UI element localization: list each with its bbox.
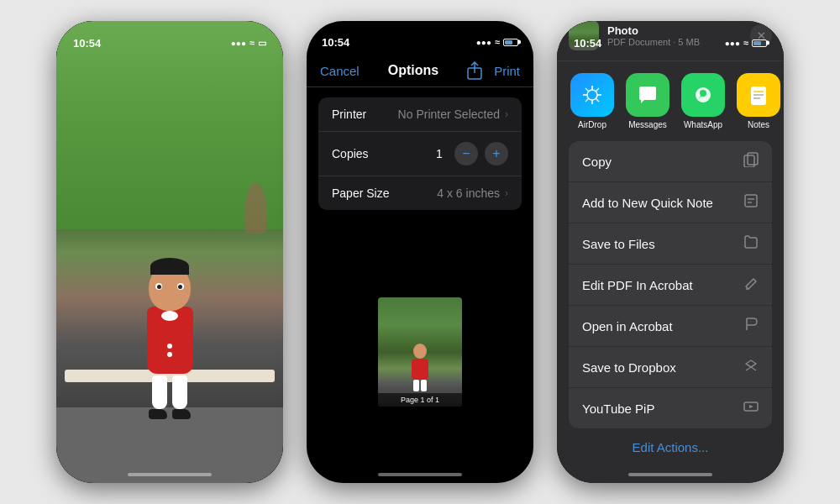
youtube-pip-label: YouTube PiP [582, 402, 654, 416]
printer-row[interactable]: Printer No Printer Selected › [318, 97, 522, 132]
svg-rect-9 [744, 155, 754, 167]
copies-row: Copies 1 − + [318, 132, 522, 176]
increment-button[interactable]: + [485, 142, 508, 165]
phone-2-screen: 10:54 ●●● ≈ Cancel Options [307, 21, 533, 483]
time-2: 10:54 [322, 36, 349, 49]
signal-icon-2: ●●● [476, 38, 491, 47]
figure-legs [132, 375, 207, 409]
signal-icon-3: ●●● [725, 39, 740, 48]
paper-size-value: 4 x 6 inches › [437, 186, 508, 200]
notes-label: Notes [748, 120, 769, 129]
figure-body [147, 307, 193, 374]
mini-figure [412, 344, 428, 391]
copy-label: Copy [582, 155, 612, 169]
phone-3: 10:54 ●●● ≈ Phot [557, 21, 784, 483]
nav-right: Print [467, 61, 520, 80]
paper-size-label: Paper Size [332, 186, 389, 200]
whatsapp-label: WhatsApp [684, 120, 722, 129]
edit-pdf-label: Edit PDF In Acrobat [582, 278, 693, 292]
messages-label: Messages [628, 120, 667, 129]
status-icons-2: ●●● ≈ [476, 37, 518, 47]
copies-stepper: 1 − + [431, 142, 508, 165]
action-save-files[interactable]: Save to Files [569, 223, 772, 265]
dropbox-icon [743, 358, 759, 376]
share-icon[interactable] [467, 61, 482, 80]
status-icons-3: ●●● ≈ [725, 38, 767, 48]
open-acrobat-label: Open in Acrobat [582, 319, 673, 333]
action-open-acrobat[interactable]: Open in Acrobat [569, 306, 772, 347]
print-options: Printer No Printer Selected › Copies 1 −… [318, 97, 522, 210]
quick-note-label: Add to New Quick Note [582, 196, 713, 210]
wifi-icon-1: ≈ [249, 38, 255, 48]
options-title: Options [388, 63, 438, 78]
wifi-icon-2: ≈ [495, 37, 500, 47]
paper-size-chevron: › [505, 187, 508, 199]
status-bar-1: 10:54 ●●● ≈ ▭ [56, 21, 283, 56]
action-youtube-pip[interactable]: YouTube PiP [569, 388, 772, 428]
decrement-button[interactable]: − [454, 142, 478, 165]
cancel-button[interactable]: Cancel [320, 64, 360, 78]
action-copy[interactable]: Copy [569, 141, 772, 182]
share-sheet: Photo PDF Document · 5 MB ✕ [557, 21, 784, 483]
mini-legs [412, 380, 428, 391]
share-app-messages[interactable]: Messages [626, 73, 669, 129]
signal-icon-1: ●●● [231, 39, 246, 48]
action-edit-pdf[interactable]: Edit PDF In Acrobat [569, 265, 772, 306]
svg-marker-15 [749, 405, 753, 408]
edit-pdf-icon [743, 276, 759, 294]
print-button[interactable]: Print [494, 64, 520, 78]
airdrop-label: AirDrop [578, 120, 606, 129]
print-preview: Page 1 of 1 [307, 220, 533, 483]
home-indicator-3 [628, 473, 712, 476]
share-apps-row: AirDrop Messages [557, 61, 784, 141]
phone-3-screen: 10:54 ●●● ≈ Phot [557, 21, 784, 483]
open-acrobat-icon [743, 317, 759, 335]
save-dropbox-label: Save to Dropbox [582, 360, 676, 375]
edit-actions-button[interactable]: Edit Actions... [557, 428, 784, 466]
time-1: 10:54 [73, 37, 101, 50]
mini-body [412, 359, 428, 380]
copies-value: 1 [431, 147, 448, 160]
copy-icon [743, 152, 759, 171]
mini-head [413, 344, 427, 359]
status-bar-2: 10:54 ●●● ≈ [307, 21, 533, 55]
svg-rect-8 [748, 153, 758, 165]
notes-icon [737, 73, 780, 117]
cartoon-figure [132, 265, 207, 433]
home-indicator-2 [378, 473, 462, 476]
action-save-dropbox[interactable]: Save to Dropbox [569, 347, 772, 388]
printer-chevron: › [505, 108, 508, 120]
share-app-notes[interactable]: Notes [737, 73, 780, 129]
save-files-icon [743, 234, 759, 253]
print-nav: Cancel Options Print [307, 55, 533, 87]
preview-label: Page 1 of 1 [378, 393, 462, 407]
messages-icon [626, 73, 669, 117]
printer-label: Printer [332, 108, 366, 121]
home-indicator-1 [128, 473, 212, 476]
wifi-icon-3: ≈ [743, 38, 748, 48]
action-quick-note[interactable]: Add to New Quick Note [569, 182, 772, 223]
phone-2: 10:54 ●●● ≈ Cancel Options [307, 21, 533, 483]
share-app-whatsapp[interactable]: WhatsApp [681, 73, 725, 129]
airdrop-icon [570, 73, 614, 117]
copies-label: Copies [332, 147, 369, 160]
paper-size-row[interactable]: Paper Size 4 x 6 inches › [318, 176, 522, 210]
share-app-airdrop[interactable]: AirDrop [570, 73, 614, 129]
youtube-pip-icon [743, 399, 759, 417]
phone-1-screen: 10:54 ●●● ≈ ▭ [56, 21, 283, 483]
figure-hair [150, 258, 189, 275]
status-bar-3: 10:54 ●●● ≈ [557, 21, 784, 56]
preview-page: Page 1 of 1 [378, 297, 462, 407]
figure-collar [161, 311, 178, 321]
photo-background [56, 21, 283, 483]
battery-icon-1: ▭ [258, 38, 266, 49]
whatsapp-icon [681, 73, 725, 117]
figure-head [149, 265, 191, 311]
status-icons-1: ●●● ≈ ▭ [231, 38, 266, 49]
figure-shoes [132, 409, 207, 419]
time-3: 10:54 [574, 37, 601, 50]
share-actions-list: Copy Add to New Quick Note [569, 141, 772, 428]
svg-rect-4 [751, 87, 766, 105]
phone-1: 10:54 ●●● ≈ ▭ [56, 21, 283, 483]
print-screen: 10:54 ●●● ≈ Cancel Options [307, 21, 533, 483]
